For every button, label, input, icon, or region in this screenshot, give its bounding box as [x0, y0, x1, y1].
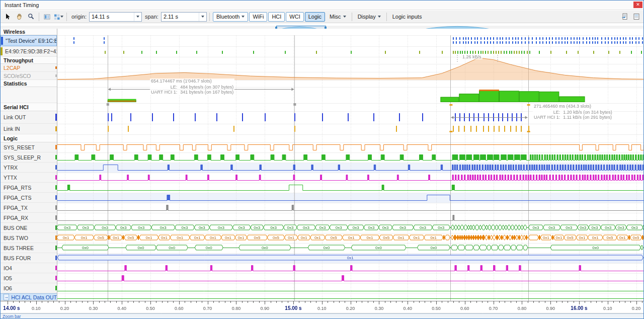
origin-combobox[interactable]: 14.11 s: [89, 12, 142, 22]
sidebar-row-label: L2CAP: [4, 65, 20, 71]
zoom-bar-overview[interactable]: [1, 24, 643, 29]
list-icon: [633, 13, 640, 20]
channel-color-chip: [55, 145, 57, 149]
pan-tool-button[interactable]: [14, 12, 25, 22]
sidebar-row-yttx[interactable]: YTTX: [1, 173, 57, 183]
sidebar-row-bus-two[interactable]: BUS TWO: [1, 233, 57, 243]
statusbar: Zoom bar: [1, 313, 643, 318]
span-combobox[interactable]: 2.11 s: [161, 12, 207, 22]
sidebar-row-serial-hci[interactable]: Serial HCI: [1, 103, 57, 111]
toggle-display[interactable]: Display: [354, 12, 384, 22]
sidebar-row-ytrx[interactable]: YTRX: [1, 163, 57, 173]
sidebar-row-label: FPGA_RX: [4, 215, 28, 221]
hci-label: HCI: [272, 14, 281, 20]
sidebar-row-hci-acl-data-out[interactable]: →HCI ACL Data OUT: [1, 293, 57, 301]
channel-color-chip: [55, 205, 57, 210]
misc-label: Misc: [330, 14, 341, 20]
toggle-hci[interactable]: HCI: [268, 12, 285, 22]
toggle-wci[interactable]: WCI: [286, 12, 303, 22]
sidebar-row-label: BUS FOUR: [4, 255, 31, 261]
sidebar-row-io6[interactable]: IO6: [1, 283, 57, 293]
toggle-logic-inputs[interactable]: Logic inputs: [389, 12, 426, 22]
select-tool-button[interactable]: [3, 12, 13, 22]
pointer-icon: [5, 13, 12, 20]
logic-inputs-label: Logic inputs: [392, 14, 422, 20]
display-label: Display: [358, 14, 376, 20]
wifi-label: WiFi: [253, 14, 264, 20]
chevron-down-icon: [201, 16, 204, 18]
sidebar-row-label: FPGA_RTS: [4, 185, 31, 191]
columns-icon: [44, 14, 50, 20]
sidebar-row-bus-one[interactable]: BUS ONE: [1, 223, 57, 233]
titlebar: Instant Timing ✕: [1, 1, 643, 10]
wci-label: WCI: [289, 14, 300, 20]
sidebar-row-label: SYS_RESET: [4, 144, 35, 150]
sidebar-row-sys-sleep-r[interactable]: SYS_SLEEP_R: [1, 152, 57, 163]
sidebar-row-fpga-cts[interactable]: FPGA_CTS: [1, 193, 57, 203]
sidebar-row-label: BUS ONE: [4, 225, 27, 231]
sidebar-row-label: Serial HCI: [4, 104, 29, 110]
close-button[interactable]: ✕: [633, 2, 642, 8]
origin-value[interactable]: 14.11 s: [90, 14, 134, 20]
sidebar-row-link-in[interactable]: Link IN: [1, 124, 57, 134]
sidebar-row-logic[interactable]: Logic: [1, 134, 57, 142]
sidebar-row-wireless[interactable]: Wireless: [1, 29, 57, 35]
toolbar-separator: [66, 13, 67, 21]
toggle-misc[interactable]: Misc: [326, 12, 350, 22]
toolbar-separator: [386, 13, 387, 21]
sidebar-row-link-out[interactable]: Link OUT: [1, 111, 57, 124]
export-report-button[interactable]: [619, 12, 630, 22]
measure-value: 1.20 kB/s (on 314 bytes): [563, 110, 612, 115]
sidebar-row-bus-four[interactable]: BUS FOUR: [1, 253, 57, 263]
sidebar-row-label: HCI ACL Data OUT: [11, 294, 57, 300]
toggle-bluetooth[interactable]: Bluetooth: [213, 12, 248, 22]
origin-dropdown-button[interactable]: [134, 13, 141, 21]
sidebar-row-label: "Test Device" E9:1C:B5:...: [6, 38, 57, 44]
sidebar-row-fpga-rx[interactable]: FPGA_RX: [1, 213, 57, 223]
sidebar-row-label: SCO/eSCO: [4, 73, 31, 79]
throughput-peak-label: 1.26 kB/s: [461, 54, 482, 59]
bluetooth-label: Bluetooth: [216, 14, 239, 20]
sidebar-row-label: SYS_SLEEP_R: [4, 154, 41, 161]
sidebar-row-e4-90-7e-9d-38-f2-41-3[interactable]: E4:90:7E:9D:38:F2~41:3...: [1, 46, 57, 57]
sidebar-row-sys-reset[interactable]: SYS_RESET: [1, 142, 57, 152]
sidebar-row-label: FPGA_TX: [4, 205, 28, 211]
span-dropdown-button[interactable]: [199, 13, 206, 21]
columns-view-button[interactable]: [42, 12, 52, 22]
sidebar-row-label: Wireless: [4, 29, 25, 35]
chevron-down-icon: [60, 16, 63, 18]
channel-color-chip: [55, 155, 57, 160]
sidebar-row-io5[interactable]: IO5: [1, 273, 57, 283]
sidebar-row-sco-esco[interactable]: SCO/eSCO: [1, 72, 57, 80]
timeline-canvas[interactable]: [1, 29, 643, 313]
sidebar-row-fpga-rts[interactable]: FPGA_RTS: [1, 183, 57, 193]
sidebar-row-test-device-e9-1c-b5[interactable]: "Test Device" E9:1C:B5:...: [1, 35, 57, 46]
sidebar-row-area: [1, 87, 57, 103]
channel-sidebar: Wireless"Test Device" E9:1C:B5:...E4:90:…: [1, 29, 57, 301]
sidebar-row-bus-three[interactable]: BUS THREE: [1, 243, 57, 253]
capture-setup-button[interactable]: [53, 12, 64, 22]
measurement-rows: LE:484 bytes/s (on 307 bytes)UART HCI 1:…: [150, 85, 234, 95]
channel-color-chip: [55, 175, 57, 180]
sidebar-row-statistics[interactable]: Statistics: [1, 80, 57, 87]
sidebar-row-label: FPGA_CTS: [4, 195, 31, 201]
sidebar-row-label: E4:90:7E:9D:38:F2~41:3...: [5, 48, 57, 54]
span-value[interactable]: 2.11 s: [162, 14, 199, 20]
chevron-down-icon: [242, 16, 245, 18]
measurement-title: 654.174467 ms (1'046.7 slots): [150, 78, 234, 84]
zoom-tool-button[interactable]: [26, 12, 36, 22]
sidebar-row-throughput[interactable]: Throughput: [1, 57, 57, 64]
sidebar-row-fpga-tx[interactable]: FPGA_TX: [1, 203, 57, 213]
logic-label: Logic: [308, 14, 321, 20]
hand-icon: [16, 13, 23, 20]
sidebar-row-l2cap[interactable]: L2CAP: [1, 64, 57, 72]
sidebar-row-io4[interactable]: IO4: [1, 263, 57, 273]
toolbar-separator: [352, 13, 352, 21]
channel-color-chip: [55, 235, 57, 240]
toggle-logic[interactable]: Logic: [305, 12, 325, 22]
channel-color-chip: [55, 266, 57, 270]
magnifier-icon: [28, 13, 35, 20]
acl-arrow-icon: →: [4, 294, 9, 300]
toggle-wifi[interactable]: WiFi: [249, 12, 267, 22]
report-list-button[interactable]: [631, 12, 641, 22]
